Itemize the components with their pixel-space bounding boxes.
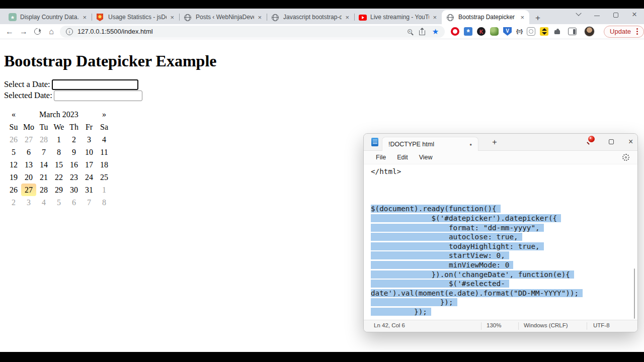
frog-icon[interactable] <box>490 27 499 36</box>
day-cell[interactable]: 3 <box>21 196 36 209</box>
day-cell[interactable]: 6 <box>66 196 82 209</box>
day-cell[interactable]: 7 <box>36 146 51 158</box>
day-cell[interactable]: 15 <box>51 158 66 171</box>
day-cell[interactable]: 8 <box>97 196 112 209</box>
opera-ring-icon[interactable] <box>451 27 459 36</box>
tab-close-icon[interactable]: × <box>256 14 263 21</box>
day-cell[interactable]: 28 <box>36 184 51 196</box>
day-cell[interactable]: 6 <box>21 146 36 158</box>
braces-icon[interactable]: {=} <box>516 27 522 36</box>
share-icon[interactable] <box>419 30 425 35</box>
day-cell[interactable]: 13 <box>21 158 36 171</box>
snowflake-icon[interactable] <box>464 27 472 36</box>
day-cell[interactable]: 27 <box>21 133 36 146</box>
day-cell[interactable]: 22 <box>51 171 66 184</box>
day-cell[interactable]: 16 <box>66 158 82 171</box>
day-cell[interactable]: 1 <box>51 133 66 146</box>
day-cell[interactable]: 9 <box>66 146 82 158</box>
day-cell[interactable]: 12 <box>6 158 21 171</box>
menu-file[interactable]: File <box>370 154 391 161</box>
browser-tab-5[interactable]: Bootstrap Datepicker Exam× <box>442 10 529 24</box>
day-cell[interactable]: 26 <box>6 133 21 146</box>
day-cell[interactable]: 7 <box>82 196 97 209</box>
selected-date-row: Selected Date: <box>4 90 644 101</box>
day-cell[interactable]: 14 <box>36 158 51 171</box>
day-cell[interactable]: 4 <box>97 133 112 146</box>
tab-close-icon[interactable]: × <box>169 14 176 21</box>
notepad-close-button[interactable]: × <box>628 137 633 147</box>
day-cell-today[interactable]: 27 <box>21 184 36 196</box>
v-shield-icon[interactable] <box>503 27 512 36</box>
browser-tab-1[interactable]: Usage Statistics - jsDelivr× <box>92 10 179 24</box>
site-info-icon[interactable]: i <box>66 28 73 35</box>
forward-icon[interactable]: → <box>19 28 28 36</box>
day-cell[interactable]: 29 <box>51 184 66 196</box>
notepad-maximize-button[interactable] <box>609 139 614 144</box>
chevron-down-icon[interactable] <box>576 10 581 16</box>
day-cell[interactable]: 2 <box>66 133 82 146</box>
day-cell[interactable]: 17 <box>82 158 97 171</box>
address-bar[interactable]: i 127.0.0.1:5500/index.html ★ <box>60 26 445 38</box>
day-cell[interactable]: 20 <box>21 171 36 184</box>
day-cell[interactable]: 4 <box>36 196 51 209</box>
camera-sync-icon[interactable] <box>527 27 535 36</box>
datepicker-input[interactable] <box>52 79 138 90</box>
prev-month-button[interactable]: « <box>6 108 21 121</box>
day-cell[interactable]: 3 <box>82 133 97 146</box>
browser-tab-3[interactable]: Javascript bootstrap-datepi× <box>267 10 354 24</box>
notepad-scrollbar[interactable] <box>634 268 635 319</box>
day-cell[interactable]: 5 <box>51 196 66 209</box>
updown-arrows-icon[interactable] <box>540 27 548 36</box>
day-cell[interactable]: 19 <box>6 171 21 184</box>
day-cell[interactable]: 21 <box>36 171 51 184</box>
tab-close-icon[interactable]: × <box>81 14 88 21</box>
line-ending[interactable]: Windows (CRLF) <box>524 322 568 328</box>
notepad-tab[interactable]: !DOCTYPE html ● <box>382 137 478 151</box>
day-cell[interactable]: 5 <box>6 146 21 158</box>
selected-date-input[interactable] <box>54 90 142 101</box>
gear-icon[interactable] <box>622 154 629 161</box>
sidebar-icon[interactable] <box>568 28 577 35</box>
extensions-puzzle-icon[interactable] <box>553 27 561 36</box>
day-cell[interactable]: 30 <box>66 184 82 196</box>
bookmark-star-icon[interactable]: ★ <box>432 28 439 35</box>
browser-tab-0[interactable]: Display Country Data.× <box>4 10 92 24</box>
minimize-button[interactable] <box>594 16 600 17</box>
tab-close-icon[interactable]: × <box>431 14 438 21</box>
day-cell[interactable]: 31 <box>82 184 97 196</box>
day-cell[interactable]: 23 <box>66 171 82 184</box>
day-cell[interactable]: 11 <box>97 146 112 158</box>
tab-close-icon[interactable]: × <box>519 14 526 21</box>
day-cell[interactable]: 28 <box>36 133 51 146</box>
menu-kebab-icon[interactable] <box>636 31 638 32</box>
browser-tab-2[interactable]: Posts ‹ WebNinjaDeveloper× <box>179 10 267 24</box>
reload-icon[interactable] <box>33 27 42 36</box>
next-month-button[interactable]: » <box>97 108 112 121</box>
close-window-button[interactable]: × <box>632 12 637 17</box>
menu-view[interactable]: View <box>414 154 438 161</box>
day-cell[interactable]: 18 <box>97 158 112 171</box>
day-cell[interactable]: 25 <box>97 171 112 184</box>
notepad-new-tab-button[interactable]: + <box>490 138 500 147</box>
k-circle-icon[interactable] <box>477 27 486 36</box>
day-cell[interactable]: 2 <box>6 196 21 209</box>
new-tab-button[interactable]: + <box>535 14 540 22</box>
back-icon[interactable]: ← <box>5 28 14 36</box>
maximize-button[interactable] <box>613 13 618 18</box>
day-cell[interactable]: 24 <box>82 171 97 184</box>
zoom-icon[interactable] <box>408 29 412 34</box>
zoom-level[interactable]: 130% <box>487 322 501 328</box>
encoding[interactable]: UTF-8 <box>593 322 610 328</box>
browser-tab-4[interactable]: Live streaming - YouTube S× <box>354 10 442 24</box>
day-cell[interactable]: 10 <box>82 146 97 158</box>
month-year-label[interactable]: March 2023 <box>21 108 97 121</box>
day-cell[interactable]: 26 <box>6 184 21 196</box>
home-icon[interactable]: ⌂ <box>47 28 56 36</box>
day-cell[interactable]: 8 <box>51 146 66 158</box>
notepad-editor[interactable]: </html>$(document).ready(function(){ $('… <box>364 164 637 320</box>
update-button[interactable]: Update <box>604 26 644 38</box>
profile-avatar[interactable] <box>584 26 595 37</box>
day-cell[interactable]: 1 <box>97 184 112 196</box>
tab-close-icon[interactable]: × <box>344 14 351 21</box>
menu-edit[interactable]: Edit <box>391 154 414 161</box>
